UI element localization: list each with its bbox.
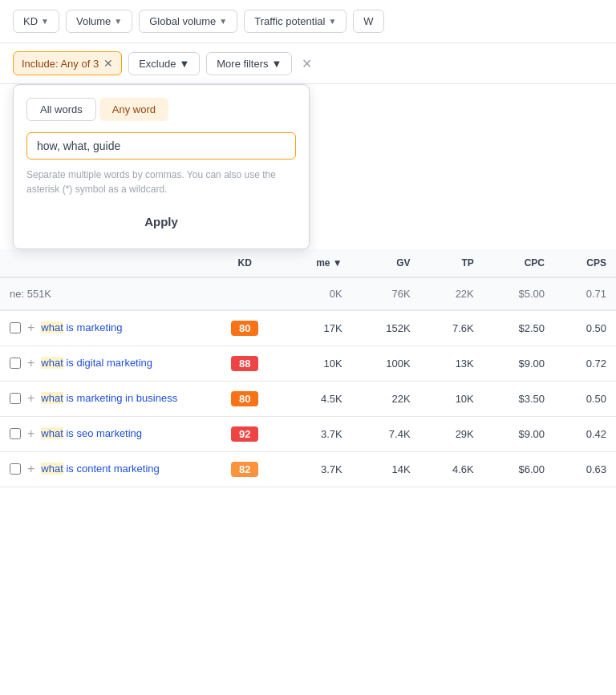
summary-gv: 76K xyxy=(352,277,420,310)
th-cps[interactable]: CPS xyxy=(554,249,616,277)
summary-cpc: $5.00 xyxy=(484,277,554,310)
include-label: Include: Any of 3 xyxy=(22,58,99,70)
filter-keyword-input[interactable] xyxy=(26,132,296,160)
keyword-link-2[interactable]: what is marketing in business xyxy=(41,391,177,406)
tp-cell-3: 29K xyxy=(420,417,484,452)
cpc-cell-1: $9.00 xyxy=(484,346,554,382)
all-words-button[interactable]: All words xyxy=(26,98,96,121)
add-keyword-icon-2[interactable]: + xyxy=(27,391,34,406)
add-keyword-icon-4[interactable]: + xyxy=(27,462,34,476)
table-row: +what is content marketing823.7K14K4.6K$… xyxy=(0,452,616,487)
add-keyword-icon-3[interactable]: + xyxy=(27,426,34,441)
summary-tp: 22K xyxy=(420,277,484,310)
table-row: +what is marketing in business804.5K22K1… xyxy=(0,382,616,417)
tp-cell-1: 13K xyxy=(420,346,484,382)
global-volume-filter-button[interactable]: Global volume ▼ xyxy=(139,10,237,33)
kd-badge-2: 80 xyxy=(231,391,258,406)
tp-cell-0: 7.6K xyxy=(420,310,484,346)
row-checkbox-1[interactable] xyxy=(10,358,21,369)
table-row: +what is seo marketing923.7K7.4K29K$9.00… xyxy=(0,417,616,452)
row-checkbox-0[interactable] xyxy=(10,322,21,333)
keyword-link-0[interactable]: what is marketing xyxy=(41,321,122,335)
volume-cell-4: 3.7K xyxy=(282,452,352,487)
summary-volume: 0K xyxy=(282,277,352,310)
exclude-chevron-icon: ▼ xyxy=(179,58,189,70)
clear-filters-icon[interactable]: ✕ xyxy=(298,56,315,71)
keyword-cell-0: +what is marketing xyxy=(0,310,209,346)
table-summary-row: ne: 551K 0K 76K 22K $5.00 0.71 xyxy=(0,277,616,310)
gv-cell-3: 7.4K xyxy=(352,417,420,452)
th-volume[interactable]: me ▼ xyxy=(282,249,352,277)
th-gv[interactable]: GV xyxy=(352,249,420,277)
traffic-potential-filter-button[interactable]: Traffic potential ▼ xyxy=(244,10,346,33)
kd-cell-3: 92 xyxy=(209,417,282,452)
cps-cell-4: 0.63 xyxy=(554,452,616,487)
th-tp[interactable]: TP xyxy=(420,249,484,277)
w-filter-label: W xyxy=(363,15,373,27)
global-volume-chevron-icon: ▼ xyxy=(219,17,227,26)
kd-badge-4: 82 xyxy=(231,462,258,477)
kd-cell-4: 82 xyxy=(209,452,282,487)
more-filters-label: More filters xyxy=(217,58,268,70)
kd-cell-1: 88 xyxy=(209,346,282,382)
keyword-link-4[interactable]: what is content marketing xyxy=(41,462,159,476)
apply-button[interactable]: Apply xyxy=(26,208,296,236)
volume-filter-button[interactable]: Volume ▼ xyxy=(66,10,132,33)
w-filter-button[interactable]: W xyxy=(353,10,383,33)
keyword-link-1[interactable]: what is digital marketing xyxy=(41,356,152,370)
table-row: +what is digital marketing8810K100K13K$9… xyxy=(0,346,616,382)
keywords-table-wrapper: KD me ▼ GV TP CPC CPS ne: 551K 0K 76K 22… xyxy=(0,249,616,487)
th-keyword xyxy=(0,249,209,277)
include-close-icon[interactable]: ✕ xyxy=(103,57,113,70)
keywords-table: KD me ▼ GV TP CPC CPS ne: 551K 0K 76K 22… xyxy=(0,249,616,487)
th-cpc[interactable]: CPC xyxy=(484,249,554,277)
add-keyword-icon-0[interactable]: + xyxy=(27,321,34,335)
summary-cps: 0.71 xyxy=(554,277,616,310)
cpc-cell-2: $3.50 xyxy=(484,382,554,417)
gv-cell-0: 152K xyxy=(352,310,420,346)
keyword-cell-4: +what is content marketing xyxy=(0,452,209,487)
include-badge[interactable]: Include: Any of 3 ✕ xyxy=(13,51,122,75)
cpc-cell-4: $6.00 xyxy=(484,452,554,487)
table-body: +what is marketing8017K152K7.6K$2.500.50… xyxy=(0,310,616,487)
tp-cell-4: 4.6K xyxy=(420,452,484,487)
summary-kd xyxy=(209,277,282,310)
summary-ne-text: ne: 551K xyxy=(10,288,51,300)
cps-cell-0: 0.50 xyxy=(554,310,616,346)
any-word-button[interactable]: Any word xyxy=(99,98,168,121)
cps-cell-3: 0.42 xyxy=(554,417,616,452)
exclude-label: Exclude xyxy=(139,58,176,70)
volume-cell-3: 3.7K xyxy=(282,417,352,452)
filter-hint-text: Separate multiple words by commas. You c… xyxy=(26,168,296,196)
more-filters-button[interactable]: More filters ▼ xyxy=(206,52,292,75)
keyword-cell-1: +what is digital marketing xyxy=(0,346,209,382)
volume-chevron-icon: ▼ xyxy=(114,17,122,26)
kd-chevron-icon: ▼ xyxy=(41,17,49,26)
table-header-row: KD me ▼ GV TP CPC CPS xyxy=(0,249,616,277)
include-filter-dropdown: All words Any word Separate multiple wor… xyxy=(13,84,310,249)
volume-cell-0: 17K xyxy=(282,310,352,346)
volume-filter-label: Volume xyxy=(76,15,111,27)
keyword-cell-3: +what is seo marketing xyxy=(0,417,209,452)
exclude-button[interactable]: Exclude ▼ xyxy=(128,52,200,75)
global-volume-filter-label: Global volume xyxy=(149,15,216,27)
kd-cell-0: 80 xyxy=(209,310,282,346)
kd-filter-button[interactable]: KD ▼ xyxy=(13,10,59,33)
row-checkbox-4[interactable] xyxy=(10,463,21,475)
add-keyword-icon-1[interactable]: + xyxy=(27,356,34,370)
filter-bar-row1: KD ▼ Volume ▼ Global volume ▼ Traffic po… xyxy=(0,0,616,43)
cpc-cell-3: $9.00 xyxy=(484,417,554,452)
row-checkbox-2[interactable] xyxy=(10,393,21,404)
kd-cell-2: 80 xyxy=(209,382,282,417)
gv-cell-2: 22K xyxy=(352,382,420,417)
tp-cell-2: 10K xyxy=(420,382,484,417)
volume-cell-1: 10K xyxy=(282,346,352,382)
cps-cell-1: 0.72 xyxy=(554,346,616,382)
more-filters-chevron-icon: ▼ xyxy=(272,58,282,70)
keyword-link-3[interactable]: what is seo marketing xyxy=(41,426,142,441)
kd-badge-0: 80 xyxy=(231,321,258,336)
filter-bar-row2: Include: Any of 3 ✕ Exclude ▼ More filte… xyxy=(0,43,616,84)
row-checkbox-3[interactable] xyxy=(10,428,21,439)
th-kd[interactable]: KD xyxy=(209,249,282,277)
gv-cell-1: 100K xyxy=(352,346,420,382)
